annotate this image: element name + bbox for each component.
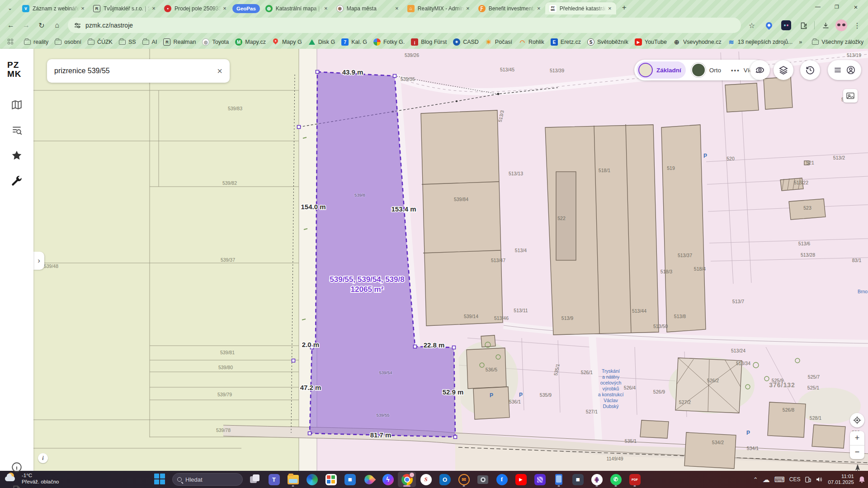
map-info-button[interactable]: i bbox=[38, 453, 48, 463]
bookmark-item[interactable]: Fotky G. bbox=[370, 37, 408, 47]
notifications-bell-icon[interactable] bbox=[859, 476, 865, 483]
polygon-vertex-handle[interactable] bbox=[414, 345, 417, 348]
locate-me-button[interactable] bbox=[850, 413, 864, 427]
window-maximize-button[interactable]: ❐ bbox=[827, 0, 846, 14]
polygon-vertex-handle[interactable] bbox=[453, 346, 456, 349]
tray-hidden-icons-chevron[interactable]: ⌃ bbox=[753, 476, 758, 483]
maps-pin-extension-icon[interactable] bbox=[762, 18, 776, 33]
taskbar-app-calendar[interactable]: ▦ bbox=[341, 472, 359, 487]
map-snapshot-button[interactable] bbox=[843, 89, 858, 103]
tab-close-icon[interactable]: × bbox=[150, 5, 157, 12]
taskbar-app-youtube[interactable]: ▶ bbox=[512, 472, 530, 487]
new-tab-button[interactable]: + bbox=[618, 1, 631, 14]
taskbar-app-whatsapp[interactable]: ✆ bbox=[607, 472, 625, 487]
taskbar-app-messenger[interactable]: ϟ bbox=[379, 472, 397, 487]
tab-close-icon[interactable]: × bbox=[464, 5, 472, 12]
address-bar[interactable]: pzmk.cz/nastroje bbox=[68, 18, 741, 33]
taskbar-app-paint-drop[interactable] bbox=[360, 472, 378, 487]
browser-tab[interactable]: RTvůjmakléř s.r.o. | Systém Re× bbox=[89, 2, 160, 14]
basemap-basic-option[interactable]: Základní bbox=[637, 61, 686, 79]
taskbar-app-s-app[interactable]: S bbox=[417, 472, 435, 487]
bookmark-item[interactable]: ¡Blog Fürst bbox=[408, 37, 450, 47]
browser-tab[interactable]: PZMKPřehledné katastrální mapy× bbox=[545, 2, 616, 14]
bookmark-item[interactable]: MMapy.cz bbox=[232, 37, 269, 47]
search-list-icon[interactable] bbox=[0, 117, 33, 143]
map-viewport[interactable]: 539/83539/82539/37539/48539/81539/80539/… bbox=[33, 49, 868, 471]
tab-close-icon[interactable]: × bbox=[221, 5, 228, 12]
bookmark-item[interactable]: 7Kal. G bbox=[338, 37, 370, 47]
forward-button[interactable]: → bbox=[19, 18, 33, 33]
clear-search-icon[interactable]: × bbox=[217, 66, 222, 76]
taskbar-app-explorer[interactable] bbox=[284, 472, 302, 487]
bookmark-item[interactable]: ≋13 nejlepších zdrojů... bbox=[725, 37, 796, 47]
rotate-3d-button[interactable] bbox=[750, 60, 770, 80]
taskbar-app-teams[interactable]: T bbox=[265, 472, 283, 487]
layers-button[interactable] bbox=[774, 60, 793, 80]
map-icon[interactable] bbox=[0, 92, 33, 117]
window-minimize-button[interactable]: — bbox=[808, 0, 827, 14]
dark-extension-icon[interactable] bbox=[779, 18, 793, 33]
window-close-button[interactable]: × bbox=[846, 0, 865, 14]
zoom-out-button[interactable]: − bbox=[850, 446, 864, 460]
tab-close-icon[interactable]: × bbox=[79, 5, 86, 12]
bookmark-item[interactable]: ČÚZK bbox=[85, 38, 116, 47]
map-search-box[interactable]: prizrenice 539/55 × bbox=[47, 59, 230, 83]
map-canvas[interactable]: 539/83539/82539/37539/48539/81539/80539/… bbox=[33, 49, 868, 471]
taskbar-app-pdf[interactable]: PDF bbox=[626, 472, 644, 487]
browser-tab[interactable]: ●Prodej pole 250933 m², Mě× bbox=[160, 2, 231, 14]
onedrive-icon[interactable]: ☁ bbox=[763, 475, 770, 484]
taskbar-app-store[interactable] bbox=[322, 472, 340, 487]
taskbar-app-phone[interactable] bbox=[550, 472, 568, 487]
bookmark-star-icon[interactable]: ☆ bbox=[745, 18, 759, 33]
bookmark-item[interactable]: ◠Rohlik bbox=[515, 37, 547, 47]
taskbar-app-task-view[interactable] bbox=[246, 472, 264, 487]
polygon-vertex-handle[interactable] bbox=[454, 436, 457, 439]
tools-wrench-icon[interactable] bbox=[0, 168, 33, 193]
zoom-in-button[interactable]: + bbox=[850, 431, 864, 446]
taskbar-app-facebook[interactable]: f bbox=[493, 472, 511, 487]
taskbar-clock[interactable]: 11:01 07.01.2025 bbox=[828, 474, 854, 485]
polygon-vertex-handle[interactable] bbox=[308, 432, 311, 435]
bookmark-item[interactable]: reality bbox=[21, 38, 52, 47]
site-settings-icon[interactable] bbox=[74, 22, 81, 29]
reload-button[interactable]: ↻ bbox=[34, 18, 49, 33]
all-bookmarks-folder[interactable]: Všechny záložky bbox=[809, 38, 867, 47]
tab-group-chip[interactable]: GeoPas bbox=[232, 4, 260, 13]
bookmark-item[interactable]: osobní bbox=[52, 38, 85, 47]
extensions-puzzle-icon[interactable] bbox=[796, 18, 811, 33]
menu-account-button[interactable] bbox=[828, 60, 861, 80]
taskbar-search[interactable]: Hledat bbox=[172, 473, 243, 486]
browser-tab[interactable]: ƑBenefit investment, a.s. (Iva× bbox=[474, 2, 545, 14]
tab-close-icon[interactable]: × bbox=[606, 5, 613, 12]
basemap-ortho-option[interactable]: Orto bbox=[689, 61, 726, 79]
tab-close-icon[interactable]: × bbox=[535, 5, 542, 12]
back-button[interactable]: ← bbox=[4, 18, 18, 33]
bookmark-item[interactable]: RRealman bbox=[160, 37, 199, 47]
taskbar-app-calculator[interactable]: ▦ bbox=[569, 472, 587, 487]
sidebar-info-icon[interactable] bbox=[0, 455, 33, 480]
browser-tab[interactable]: ◍Katastrální mapa | GeoPas.c× bbox=[261, 2, 332, 14]
panel-expander-button[interactable]: › bbox=[33, 252, 44, 270]
tab-close-icon[interactable]: × bbox=[322, 5, 330, 12]
bookmark-item[interactable]: ✶CASD bbox=[450, 37, 482, 47]
touch-keyboard-icon[interactable]: ⌨ bbox=[774, 475, 785, 484]
tab-search-button[interactable]: ⌄ bbox=[4, 2, 16, 14]
bookmark-item[interactable]: AI bbox=[139, 38, 160, 47]
pzmk-logo[interactable]: PZMK bbox=[7, 61, 33, 79]
taskbar-app-edge[interactable] bbox=[303, 472, 321, 487]
taskbar-app-outlook[interactable]: O bbox=[436, 472, 454, 487]
language-indicator[interactable]: CES bbox=[789, 476, 801, 483]
polygon-vertex-handle[interactable] bbox=[316, 70, 319, 74]
profile-avatar[interactable] bbox=[835, 19, 847, 31]
apps-grid-icon[interactable] bbox=[5, 38, 17, 47]
bookmark-item[interactable]: Disk G bbox=[305, 37, 339, 47]
taskbar-app-mail[interactable]: ✉ bbox=[455, 472, 473, 487]
bookmark-item[interactable]: ⊕Vsevyhodne.cz bbox=[670, 37, 725, 47]
bookmark-item[interactable]: Mapy G bbox=[269, 37, 305, 47]
polygon-vertex-handle[interactable] bbox=[297, 126, 301, 129]
bookmark-item[interactable]: SS bbox=[116, 38, 139, 47]
bookmark-item[interactable]: SSvětoběžník bbox=[584, 37, 632, 47]
browser-tab[interactable]: ⌂RealityMIX - Administrační× bbox=[403, 2, 474, 14]
bookmark-item[interactable]: ☀Počasí bbox=[482, 37, 515, 47]
start-button[interactable] bbox=[151, 472, 169, 487]
